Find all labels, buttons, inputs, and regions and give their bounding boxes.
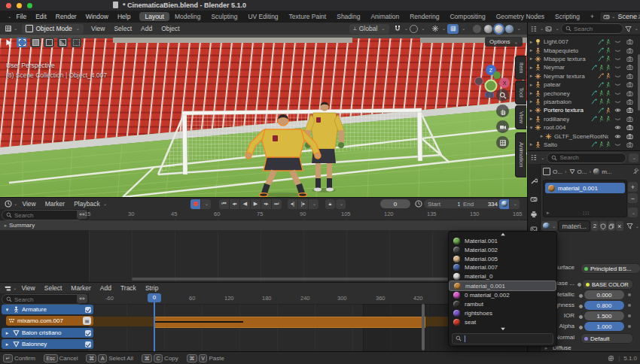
add-slot-button[interactable]: + [628, 182, 638, 192]
breadcrumb-data[interactable]: O... [578, 168, 587, 175]
nla-menu-view[interactable]: View [17, 284, 39, 292]
sidebar-tab-tool[interactable]: Tool [515, 80, 526, 105]
hide-eye-icon[interactable] [614, 73, 621, 80]
material-item[interactable]: Material.005 [449, 254, 556, 263]
nla-menu-track[interactable]: Track [116, 284, 141, 292]
menu-object[interactable]: Object [157, 25, 184, 32]
sidebar-tab-animation[interactable]: Animation [515, 132, 526, 177]
visible-eye-icon[interactable] [614, 133, 621, 140]
scroll-up-icon[interactable] [449, 232, 556, 237]
properties-options-button[interactable]: ⌄ [629, 153, 638, 162]
step-forward-button[interactable]: |▸ [298, 199, 308, 209]
maximize-window-button[interactable] [27, 3, 32, 8]
snap-controls[interactable]: ⌄ ⌄ [394, 25, 425, 33]
mode-selector[interactable]: Object Mode ⌄ [22, 24, 84, 34]
nla-vscrollbar[interactable] [422, 304, 425, 350]
slot-specials-button[interactable]: ⌄ [628, 208, 638, 217]
jump-to-start-button[interactable]: ⏮ [219, 199, 229, 209]
outliner-row[interactable]: ▸ Neymar [528, 63, 640, 71]
menu-window[interactable]: Window [81, 13, 113, 20]
render-visibility-icon[interactable] [626, 38, 633, 45]
material-item[interactable]: seat [449, 317, 556, 326]
material-item-selected[interactable]: material_0.001 [449, 281, 556, 291]
outliner-row[interactable]: ▸ Mbappe textura [528, 55, 640, 63]
base-color-field[interactable]: BASE COLOR [582, 279, 633, 290]
material-slot-selected[interactable]: material_0.001 [545, 183, 625, 193]
hide-eye-icon[interactable] [614, 47, 621, 54]
outliner-display-mode-icon[interactable] [530, 26, 537, 32]
jump-to-end-button[interactable]: ⏭ [272, 199, 282, 209]
action-pushdown-button[interactable]: ▤ [83, 317, 91, 325]
outliner-search-input[interactable]: Search [561, 23, 623, 34]
next-keyframe-button[interactable]: •▸ [261, 199, 271, 209]
tab-output-icon[interactable] [530, 211, 538, 218]
tweak-tool-icon[interactable] [5, 38, 14, 47]
material-slot-list[interactable]: material_0.001 ▸ ⁞⁞⁞ [543, 180, 627, 217]
render-visibility-icon[interactable] [626, 81, 633, 88]
workspace-tab-compositing[interactable]: Compositing [444, 12, 490, 21]
play-reverse-button[interactable]: ◀ [240, 199, 250, 209]
select-mode-extend-button[interactable] [30, 38, 41, 47]
alpha-slider[interactable]: 1.000 [584, 322, 624, 331]
sidebar-tab-item[interactable]: Item [515, 56, 526, 80]
add-workspace-button[interactable]: + [585, 12, 599, 21]
gizmo-overlay-toggles[interactable]: ⌄ ⌄ [431, 24, 466, 34]
timeline-menu-marker[interactable]: Marker [41, 200, 69, 208]
outliner-row[interactable]: ▸ Salto [528, 141, 640, 149]
nla-track-balonney[interactable]: ▸ Balonney [2, 339, 93, 349]
outliner-row[interactable]: ▸ patear [528, 80, 640, 89]
workspace-tab-modeling[interactable]: Modeling [169, 12, 206, 21]
scroll-down-icon[interactable] [449, 326, 556, 332]
visible-eye-icon[interactable] [614, 124, 621, 131]
workspace-tab-animation[interactable]: Animation [365, 12, 404, 21]
magnet-icon[interactable] [394, 25, 401, 32]
pin-icon[interactable] [637, 14, 640, 20]
material-item[interactable]: Material.001 [449, 237, 556, 246]
normal-field[interactable]: Default [581, 333, 633, 344]
render-visibility-icon[interactable] [626, 141, 633, 148]
workspace-tab-geometry-nodes[interactable]: Geometry Nodes [491, 12, 550, 21]
nla-editor-icon[interactable] [5, 285, 11, 292]
hide-eye-icon[interactable] [614, 99, 621, 105]
menu-help[interactable]: Help [113, 13, 135, 20]
track-mute-checkbox[interactable] [85, 341, 91, 347]
keying-options-button[interactable]: ⌄ [336, 199, 346, 209]
menu-select[interactable]: Select [109, 25, 136, 32]
start-frame-field[interactable]: Start1 [424, 199, 465, 208]
hide-eye-icon[interactable] [614, 64, 621, 71]
zoom-view-button[interactable] [496, 89, 509, 102]
hide-eye-icon[interactable] [614, 38, 621, 45]
dopesheet-search-input[interactable]: Search [2, 210, 83, 220]
timeline-menu-playback[interactable]: Playback⌄ [69, 200, 111, 208]
use-preview-range-icon[interactable] [415, 200, 422, 208]
nla-menu-strip[interactable]: Strip [141, 284, 163, 292]
browse-material-button[interactable]: ⌄ [541, 221, 557, 231]
pan-view-button[interactable] [496, 105, 509, 117]
playhead-handle[interactable]: 0 [148, 293, 161, 302]
ior-slider[interactable]: 1.500 [584, 311, 624, 320]
outliner-row[interactable]: ▸ rodillaney [528, 115, 640, 123]
tab-tool-icon[interactable] [530, 177, 538, 185]
outliner-row[interactable]: ▸ pisarbalon [528, 98, 640, 106]
pin-icon[interactable] [632, 168, 639, 174]
workspace-tab-scripting[interactable]: Scripting [550, 12, 585, 21]
timeline-editor-icon[interactable] [5, 200, 12, 208]
material-users-button[interactable]: 2 [591, 221, 599, 231]
select-mode-intersect-button[interactable] [71, 38, 81, 47]
hide-eye-icon[interactable] [614, 81, 621, 88]
workspace-tab-uv-editing[interactable]: UV Editing [242, 12, 283, 21]
workspace-tab-shading[interactable]: Shading [331, 12, 365, 21]
dopesheet-ruler[interactable]: 15 30 45 60 75 90 105 120 135 150 165 [89, 209, 527, 220]
material-item[interactable]: material_0 [449, 272, 556, 281]
overlays-toggle[interactable] [447, 24, 459, 34]
unlink-material-button[interactable]: × [616, 221, 623, 231]
hide-eye-icon[interactable] [614, 141, 621, 148]
properties-search-input[interactable]: Search [547, 153, 626, 163]
render-visibility-icon[interactable] [626, 73, 633, 80]
hide-eye-icon[interactable] [614, 90, 621, 97]
current-frame-field[interactable]: 0 [380, 199, 410, 208]
minimize-window-button[interactable] [17, 3, 22, 8]
action-strip[interactable] [154, 317, 425, 328]
viewport-3d[interactable]: User Perspective (8) Scene Collection | … [0, 35, 527, 197]
nla-track-balon-cristiano[interactable]: ▸ Balon cristiano [2, 328, 93, 338]
